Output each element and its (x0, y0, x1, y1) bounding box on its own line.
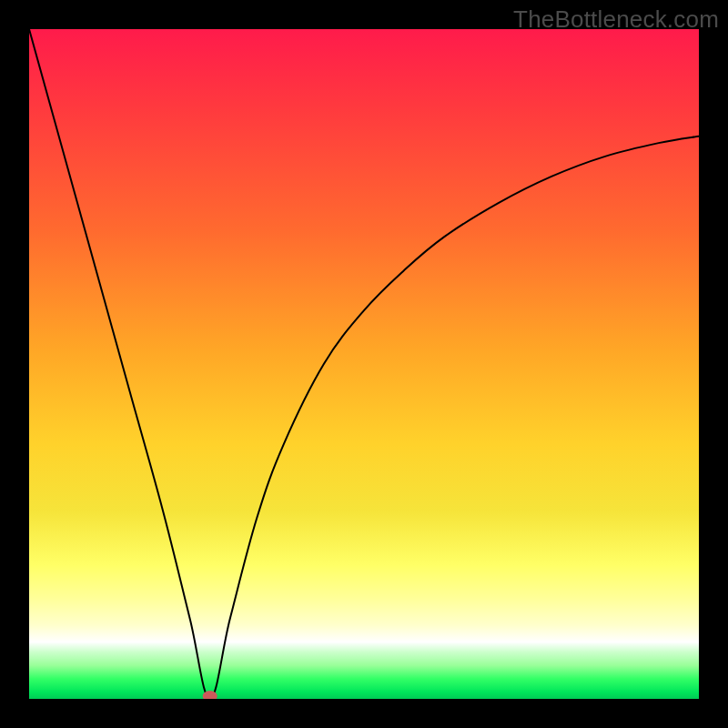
curve-line (29, 29, 699, 699)
bottleneck-curve (29, 29, 699, 699)
chart-svg (29, 29, 699, 699)
plot-area (29, 29, 699, 699)
chart-frame: TheBottleneck.com (0, 0, 728, 728)
